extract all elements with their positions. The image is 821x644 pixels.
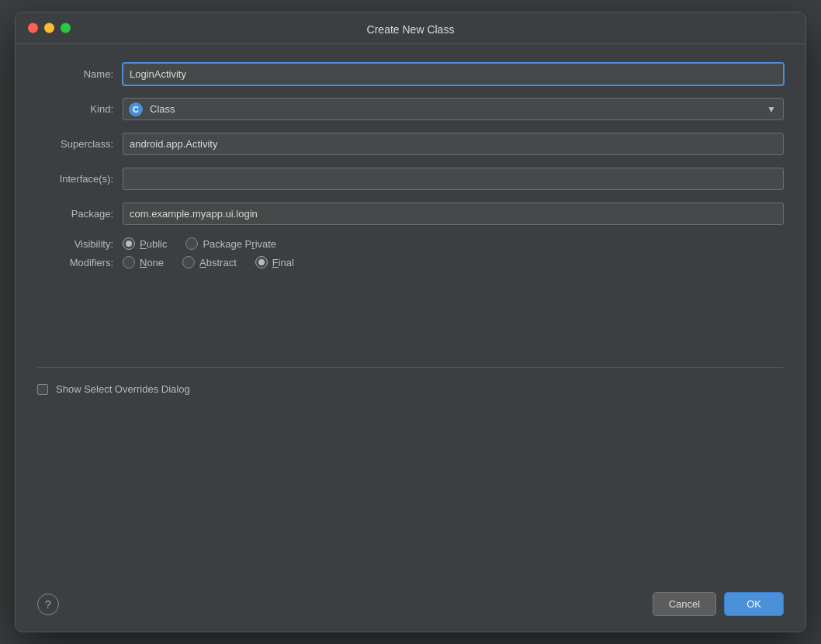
maximize-button[interactable] <box>61 23 71 33</box>
divider <box>37 367 784 368</box>
visibility-package-private-label: Package Private <box>203 238 276 250</box>
kind-select[interactable]: Class Interface Enum Annotation <box>123 98 784 120</box>
create-new-class-dialog: Create New Class Name: Kind: C Class Int… <box>15 12 806 632</box>
interfaces-label: Interface(s): <box>37 173 123 185</box>
modifier-final-label: Final <box>272 257 294 268</box>
minimize-button[interactable] <box>44 23 54 33</box>
visibility-public-label: Public <box>140 238 167 250</box>
modifiers-label: Modifiers: <box>37 257 123 268</box>
visibility-public-radio[interactable] <box>123 237 135 250</box>
modifier-abstract-option[interactable]: Abstract <box>182 256 237 268</box>
modifier-none-option[interactable]: None <box>123 256 164 268</box>
name-row: Name: <box>37 63 784 85</box>
superclass-label: Superclass: <box>37 138 123 150</box>
modifier-none-label: None <box>140 257 164 268</box>
visibility-label: Visibility: <box>37 238 123 250</box>
modifiers-radio-group: None Abstract Final <box>123 256 294 268</box>
help-button[interactable]: ? <box>37 594 59 615</box>
cancel-button[interactable]: Cancel <box>653 592 716 616</box>
name-label: Name: <box>37 68 123 80</box>
visibility-package-private-option[interactable]: Package Private <box>185 237 276 250</box>
action-buttons: Cancel OK <box>653 592 784 616</box>
window-controls <box>28 23 71 33</box>
modifier-final-option[interactable]: Final <box>255 256 294 268</box>
modifier-abstract-label: Abstract <box>199 257 237 268</box>
package-row: Package: <box>37 203 784 225</box>
overrides-checkbox-row: Show Select Overrides Dialog <box>37 383 784 395</box>
overrides-checkbox-label: Show Select Overrides Dialog <box>56 383 190 395</box>
interfaces-input[interactable] <box>123 168 784 190</box>
visibility-radio-group: Public Package Private <box>123 237 276 250</box>
interfaces-row: Interface(s): <box>37 168 784 190</box>
modifier-abstract-radio[interactable] <box>182 256 195 268</box>
kind-row: Kind: C Class Interface Enum Annotation … <box>37 98 784 120</box>
dialog-title: Create New Class <box>367 23 455 36</box>
kind-label: Kind: <box>37 103 123 115</box>
kind-select-wrapper: C Class Interface Enum Annotation ▼ <box>123 98 784 120</box>
name-input[interactable] <box>123 63 784 85</box>
package-input[interactable] <box>123 203 784 225</box>
visibility-row: Visibility: Public Package Private <box>37 237 784 250</box>
dialog-body: Name: Kind: C Class Interface Enum Annot… <box>16 44 805 580</box>
button-row: ? Cancel OK <box>16 580 805 632</box>
superclass-input[interactable] <box>123 133 784 155</box>
overrides-checkbox[interactable] <box>37 384 48 395</box>
modifier-final-radio[interactable] <box>255 256 268 268</box>
package-label: Package: <box>37 208 123 220</box>
title-bar: Create New Class <box>16 12 805 44</box>
visibility-public-option[interactable]: Public <box>123 237 167 250</box>
visibility-package-private-radio[interactable] <box>185 237 198 250</box>
ok-button[interactable]: OK <box>724 592 784 616</box>
close-button[interactable] <box>28 23 38 33</box>
superclass-row: Superclass: <box>37 133 784 155</box>
modifiers-row: Modifiers: None Abstract Final <box>37 256 784 268</box>
modifier-none-radio[interactable] <box>123 256 135 268</box>
